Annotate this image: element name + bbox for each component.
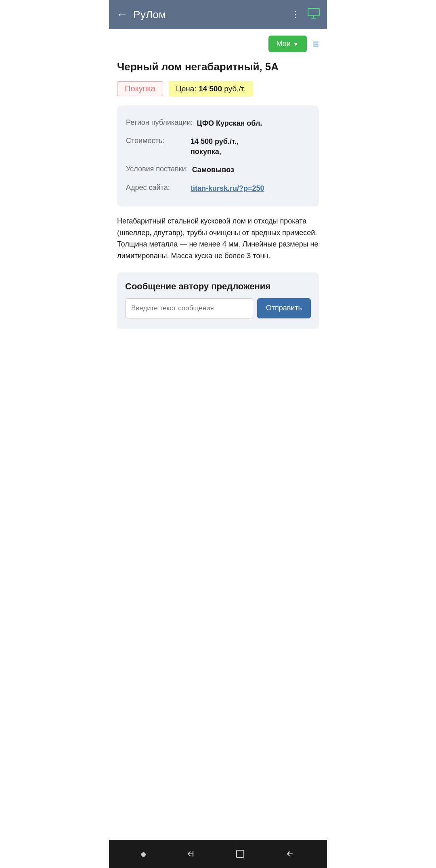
price-label: Цена: xyxy=(176,84,197,93)
price-unit: руб./т. xyxy=(224,84,245,93)
message-input[interactable] xyxy=(125,298,253,318)
nav-square-button[interactable] xyxy=(235,848,246,860)
detail-value-cost: 14 500 руб./т.,покупка, xyxy=(191,137,239,157)
hamburger-menu-icon[interactable]: ≡ xyxy=(312,38,319,50)
price-value: 14 500 xyxy=(199,84,222,93)
detail-label-website: Адрес сайта: xyxy=(126,183,187,192)
message-section: Сообщение автору предложения Отправить xyxy=(117,272,319,329)
svg-rect-1 xyxy=(237,850,244,857)
bottom-nav: ● xyxy=(109,840,327,868)
monitor-icon xyxy=(308,8,320,21)
details-card: Регион публикации: ЦФО Курская обл. Стои… xyxy=(117,105,319,206)
message-section-title: Сообщение автору предложения xyxy=(125,281,311,292)
price-tag: Цена: 14 500 руб./т. xyxy=(169,81,253,97)
app-bar-right: ⋮ xyxy=(291,8,320,21)
app-title: РуЛом xyxy=(133,8,166,21)
nav-circle-button[interactable]: ● xyxy=(140,848,147,860)
detail-value-region: ЦФО Курская обл. xyxy=(197,118,262,129)
pokupka-tag: Покупка xyxy=(117,81,163,96)
detail-label-cost: Стоимость: xyxy=(126,137,187,145)
svg-rect-0 xyxy=(308,8,319,16)
app-bar: ← РуЛом ⋮ xyxy=(109,0,327,29)
main-content: Мои ▼ ≡ Черный лом негабаритный, 5А Поку… xyxy=(109,29,327,840)
moi-label: Мои xyxy=(277,40,291,48)
app-bar-left: ← РуЛом xyxy=(116,8,166,21)
detail-label-delivery: Условия поставки: xyxy=(126,165,188,173)
action-bar: Мои ▼ ≡ xyxy=(117,29,319,56)
detail-value-delivery: Самовывоз xyxy=(192,165,234,175)
nav-back-arrow-button[interactable] xyxy=(284,848,296,860)
back-button[interactable]: ← xyxy=(116,8,128,21)
page-title: Черный лом негабаритный, 5А xyxy=(117,60,319,74)
nav-back-tab-button[interactable] xyxy=(185,848,196,860)
more-options-icon[interactable]: ⋮ xyxy=(291,9,300,20)
detail-row-website: Адрес сайта: titan-kursk.ru/?p=250 xyxy=(126,179,310,198)
description-text: Негабаритный стальной кусковой лом и отх… xyxy=(117,215,319,262)
detail-row-cost: Стоимость: 14 500 руб./т.,покупка, xyxy=(126,133,310,161)
detail-row-delivery: Условия поставки: Самовывоз xyxy=(126,161,310,179)
detail-label-region: Регион публикации: xyxy=(126,118,193,127)
detail-value-website[interactable]: titan-kursk.ru/?p=250 xyxy=(191,183,264,194)
detail-row-region: Регион публикации: ЦФО Курская обл. xyxy=(126,114,310,133)
moi-button[interactable]: Мои ▼ xyxy=(268,36,307,52)
message-input-row: Отправить xyxy=(125,298,311,318)
tags-row: Покупка Цена: 14 500 руб./т. xyxy=(117,81,319,97)
send-button[interactable]: Отправить xyxy=(257,298,311,318)
dropdown-arrow-icon: ▼ xyxy=(293,41,299,47)
